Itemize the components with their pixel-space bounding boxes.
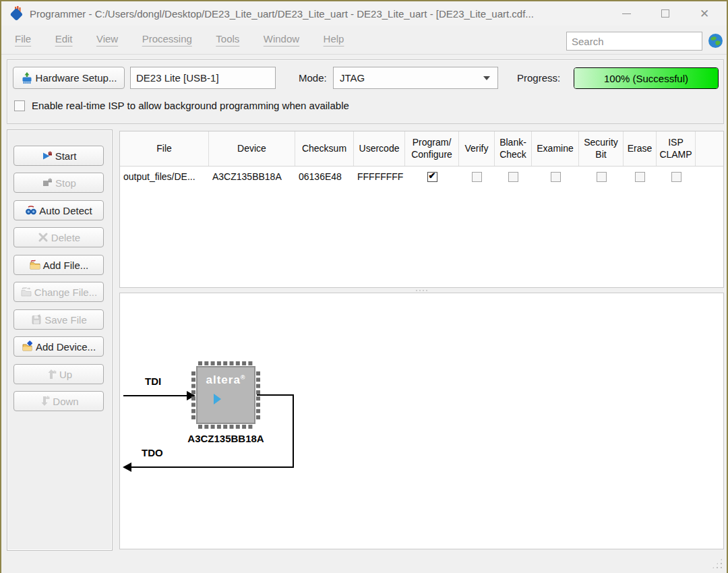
auto-detect-icon (25, 204, 37, 216)
col-device[interactable]: Device (209, 131, 295, 166)
save-file-button[interactable]: Save File (13, 309, 104, 330)
start-label: Start (55, 150, 77, 162)
auto-detect-label: Auto Detect (39, 205, 92, 216)
cell-program-configure (405, 172, 459, 182)
add-device-icon (22, 340, 34, 353)
resize-grip-icon[interactable] (711, 557, 723, 570)
table-row[interactable]: output_files/DE... A3CZ135BB18A 06136E48… (120, 167, 723, 187)
progress-bar: 100% (Successful) (574, 67, 719, 89)
altera-logo: altera® (197, 373, 255, 387)
mode-label: Mode: (299, 67, 327, 89)
progress-text: 100% (Successful) (574, 68, 718, 88)
program-configure-checkbox[interactable] (427, 172, 437, 182)
status-bar (1, 551, 727, 573)
isp-clamp-checkbox[interactable] (671, 172, 681, 182)
col-filler (696, 131, 723, 166)
menu-processing[interactable]: Processing (135, 32, 200, 47)
hardware-name-field: DE23 Lite [USB-1] (130, 67, 276, 89)
menu-edit[interactable]: Edit (48, 32, 80, 47)
programmer-window: Programmer - C:/Users/dongl/Desktop/DE23… (0, 0, 728, 573)
col-program-configure[interactable]: Program/ Configure (405, 131, 459, 166)
start-icon (41, 150, 53, 162)
col-file[interactable]: File (120, 131, 209, 166)
save-file-icon (30, 313, 42, 326)
action-sidebar: Start Stop Auto Detect Delete (7, 129, 113, 551)
program-file-table: File Device Checksum Usercode Program/ C… (119, 131, 724, 288)
menu-view[interactable]: View (89, 32, 125, 47)
add-device-button[interactable]: Add Device... (13, 336, 104, 357)
table-header: File Device Checksum Usercode Program/ C… (120, 131, 723, 167)
menu-window[interactable]: Window (256, 32, 307, 47)
add-file-button[interactable]: Add File... (13, 255, 104, 275)
hardware-name-value: DE23 Lite [USB-1] (136, 72, 219, 84)
cell-checksum: 06136E48 (295, 171, 354, 182)
stop-button[interactable]: Stop (13, 173, 104, 193)
window-controls: ✕ (607, 1, 724, 26)
quartus-app-icon (9, 6, 24, 21)
erase-checkbox[interactable] (635, 172, 645, 182)
cell-security-bit (579, 172, 624, 182)
search-input[interactable] (566, 32, 702, 51)
globe-icon[interactable] (708, 33, 723, 49)
cell-isp-clamp (657, 172, 696, 182)
security-bit-checkbox[interactable] (597, 172, 607, 182)
add-file-icon (29, 259, 41, 271)
hardware-setup-icon (21, 72, 33, 84)
maximize-icon (661, 9, 669, 18)
mode-value: JTAG (334, 72, 483, 84)
chip-name-label: A3CZ135BB18A (179, 433, 273, 444)
isp-checkbox[interactable] (14, 100, 25, 111)
up-button[interactable]: Up (13, 364, 104, 384)
maximize-button[interactable] (646, 1, 685, 26)
cell-erase (624, 172, 657, 182)
col-security-bit[interactable]: Security Bit (579, 131, 624, 166)
cell-file: output_files/DE... (120, 171, 209, 182)
start-button[interactable]: Start (13, 146, 104, 166)
change-file-button[interactable]: Change File... (13, 282, 104, 302)
isp-checkbox-label: Enable real-time ISP to allow background… (32, 100, 349, 111)
verify-checkbox[interactable] (472, 172, 482, 182)
delete-button[interactable]: Delete (13, 227, 104, 247)
save-file-label: Save File (44, 314, 87, 326)
col-blank-check[interactable]: Blank- Check (495, 131, 532, 166)
stop-label: Stop (55, 177, 76, 189)
chevron-down-icon (483, 76, 490, 80)
down-arrow-icon (38, 395, 51, 407)
cell-usercode: FFFFFFFF (354, 171, 405, 182)
auto-detect-button[interactable]: Auto Detect (13, 200, 104, 220)
menu-bar: File Edit View Processing Tools Window H… (1, 26, 727, 55)
menu-tools[interactable]: Tools (208, 32, 247, 47)
examine-checkbox[interactable] (551, 172, 561, 182)
close-button[interactable]: ✕ (685, 1, 724, 26)
up-arrow-icon (45, 368, 57, 380)
window-title: Programmer - C:/Users/dongl/Desktop/DE23… (30, 8, 534, 20)
change-file-icon (20, 286, 32, 298)
close-icon: ✕ (700, 8, 709, 20)
cell-verify (459, 172, 495, 182)
minimize-icon (622, 13, 631, 14)
menu-file[interactable]: File (7, 32, 38, 47)
down-button[interactable]: Down (13, 391, 104, 411)
cell-device: A3CZ135BB18A (209, 171, 295, 182)
hardware-setup-button[interactable]: Hardware Setup... (13, 67, 125, 89)
col-usercode[interactable]: Usercode (354, 131, 405, 166)
col-checksum[interactable]: Checksum (295, 131, 354, 166)
add-file-label: Add File... (43, 260, 89, 271)
panel-splitter[interactable] (119, 288, 724, 293)
hardware-setup-group: Hardware Setup... DE23 Lite [USB-1] Mode… (7, 59, 724, 124)
progress-label: Progress: (517, 67, 560, 89)
col-isp-clamp[interactable]: ISP CLAMP (657, 131, 696, 166)
fpga-chip[interactable]: altera® (197, 367, 255, 423)
col-erase[interactable]: Erase (624, 131, 657, 166)
jtag-chain-view: altera® A3CZ135BB18A TDI TDO (119, 293, 724, 549)
down-label: Down (53, 396, 78, 407)
minimize-button[interactable] (607, 1, 646, 26)
add-device-label: Add Device... (36, 341, 96, 353)
cell-blank-check (495, 172, 532, 182)
col-verify[interactable]: Verify (459, 131, 495, 166)
menu-help[interactable]: Help (316, 32, 352, 47)
blank-check-checkbox[interactable] (508, 172, 518, 182)
col-examine[interactable]: Examine (532, 131, 579, 166)
stop-icon (41, 177, 53, 189)
mode-select[interactable]: JTAG (333, 67, 498, 89)
